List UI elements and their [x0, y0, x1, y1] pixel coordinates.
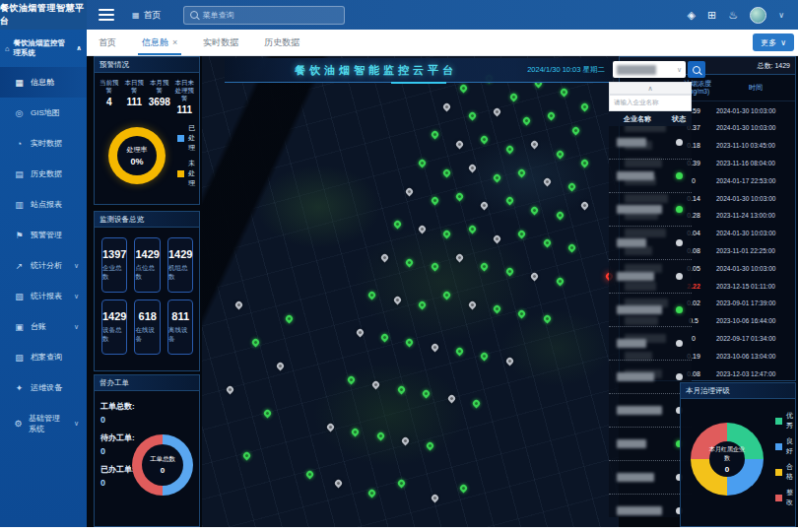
map-pin-online[interactable]	[392, 220, 402, 230]
map-pin-offline[interactable]	[401, 436, 411, 446]
map-pin-online[interactable]	[555, 276, 565, 286]
tab-history[interactable]: 历史数据	[264, 30, 299, 55]
map-pin-online[interactable]	[455, 191, 465, 201]
close-icon[interactable]: ×	[172, 37, 177, 47]
map-pin-offline[interactable]	[334, 479, 344, 489]
map-pin-online[interactable]	[521, 116, 531, 126]
map-pin-offline[interactable]	[530, 140, 540, 150]
map-pin-online[interactable]	[555, 149, 565, 159]
map-pin-online[interactable]	[430, 262, 439, 272]
company-list-row[interactable]	[609, 327, 692, 361]
map-pin-online[interactable]	[542, 313, 552, 323]
sidebar-item-site-report[interactable]: ▥站点报表	[0, 189, 87, 220]
map-pin-online[interactable]	[284, 313, 294, 323]
map-pin-online[interactable]	[418, 159, 428, 168]
map-pin-online[interactable]	[517, 167, 527, 177]
sidebar-item-stat-analysis[interactable]: ↗统计分析∨	[0, 250, 87, 281]
header-home-chip[interactable]: ▦ 首页	[132, 9, 162, 22]
map-pin-online[interactable]	[367, 291, 377, 300]
map-pin-offline[interactable]	[276, 361, 286, 370]
sidebar-item-warning-manage[interactable]: ⚑预警管理	[0, 220, 87, 250]
map-pin-online[interactable]	[504, 267, 514, 277]
map-pin-online[interactable]	[405, 337, 415, 347]
map-pin-online[interactable]	[459, 484, 469, 494]
sidebar-item-base-manage[interactable]: ⚙基础管理系统∨	[0, 403, 87, 444]
map-pin-offline[interactable]	[542, 177, 552, 187]
flame-icon[interactable]: ♨	[728, 10, 738, 21]
map-pin-offline[interactable]	[379, 252, 389, 262]
map-pin-offline[interactable]	[405, 186, 415, 196]
map-pin-online[interactable]	[559, 88, 568, 98]
map-pin-online[interactable]	[304, 469, 314, 479]
map-pin-online[interactable]	[426, 441, 435, 451]
map-pin-offline[interactable]	[493, 233, 502, 243]
map-pin-online[interactable]	[250, 337, 260, 347]
map-pin-online[interactable]	[571, 125, 581, 135]
map-pin-online[interactable]	[430, 130, 439, 140]
sidebar-item-info-cabin[interactable]: ▦信息舱	[0, 67, 87, 98]
sidebar-item-ledger[interactable]: ▣台账∨	[0, 311, 87, 342]
more-button[interactable]: 更多 ∨	[753, 33, 794, 51]
map-pin-offline[interactable]	[455, 140, 465, 150]
sidebar-group-header[interactable]: ⌂ 餐饮油烟监控管理系统 ∧	[0, 30, 87, 67]
sidebar-item-stat-report[interactable]: ▧统计报表∨	[0, 281, 87, 311]
company-list-row[interactable]	[609, 160, 692, 193]
map-pin-online[interactable]	[493, 172, 502, 182]
sidebar-item-archive-query[interactable]: ▨档案查询	[0, 342, 87, 372]
map-pin-online[interactable]	[442, 229, 452, 238]
sidebar-item-history-data[interactable]: ▤历史数据	[0, 159, 87, 189]
sidebar-item-ops-device[interactable]: ✦运维设备	[0, 372, 87, 403]
chevron-down-icon[interactable]: ∨	[778, 11, 784, 20]
map-pin-online[interactable]	[530, 206, 540, 216]
tab-realtime[interactable]: 实时数据	[203, 30, 238, 55]
map-pin-online[interactable]	[422, 389, 432, 399]
fullscreen-icon[interactable]: ⊞	[707, 10, 716, 21]
map-list-collapse-button[interactable]: ∧	[609, 82, 692, 95]
map-pin-offline[interactable]	[430, 493, 439, 502]
map-pin-offline[interactable]	[530, 271, 540, 281]
sidebar-item-gis-map[interactable]: ◎GIS地图	[0, 98, 87, 128]
map-pin-offline[interactable]	[233, 299, 243, 309]
map-pin-online[interactable]	[396, 384, 406, 394]
map-pin-offline[interactable]	[325, 422, 335, 432]
map-pin-offline[interactable]	[467, 299, 477, 309]
map-pin-online[interactable]	[579, 101, 589, 111]
map-pin-offline[interactable]	[480, 201, 490, 211]
map-pin-online[interactable]	[567, 182, 577, 192]
map-pin-online[interactable]	[430, 196, 439, 206]
company-list-row[interactable]	[609, 126, 692, 160]
map-pin-online[interactable]	[405, 257, 415, 267]
map-pin-online[interactable]	[480, 135, 490, 145]
map-pin-offline[interactable]	[355, 328, 365, 338]
map-pin-online[interactable]	[396, 479, 406, 489]
menu-search-input[interactable]: 菜单查询	[183, 6, 345, 25]
map-pin-online[interactable]	[418, 299, 428, 309]
company-list-row[interactable]	[609, 294, 692, 327]
map-pin-online[interactable]	[579, 159, 589, 168]
map-pin-online[interactable]	[379, 333, 389, 343]
map-pin-online[interactable]	[517, 229, 527, 238]
map-pin-online[interactable]	[351, 427, 361, 436]
map-pin-online[interactable]	[517, 309, 527, 319]
map-pin-online[interactable]	[480, 262, 490, 272]
company-list-row[interactable]	[609, 193, 692, 227]
gis-map-canvas[interactable]	[202, 56, 619, 527]
map-pin-online[interactable]	[375, 432, 385, 441]
map-pin-online[interactable]	[567, 243, 577, 253]
map-pin-offline[interactable]	[418, 225, 428, 234]
map-pin-offline[interactable]	[226, 384, 235, 394]
map-pin-online[interactable]	[347, 375, 357, 385]
map-pin-offline[interactable]	[446, 394, 456, 404]
company-name-input[interactable]: 请输入企业名称	[609, 95, 692, 111]
map-pin-online[interactable]	[459, 83, 469, 93]
company-list-row[interactable]	[609, 227, 692, 260]
hamburger-menu-icon[interactable]	[99, 9, 114, 21]
map-pin-online[interactable]	[367, 488, 377, 498]
map-pin-online[interactable]	[467, 225, 477, 234]
map-pin-online[interactable]	[455, 347, 465, 357]
map-pin-online[interactable]	[542, 238, 552, 248]
company-list-row[interactable]	[609, 260, 692, 294]
map-pin-online[interactable]	[504, 144, 514, 154]
map-pin-online[interactable]	[480, 352, 490, 362]
map-pin-online[interactable]	[509, 93, 519, 102]
